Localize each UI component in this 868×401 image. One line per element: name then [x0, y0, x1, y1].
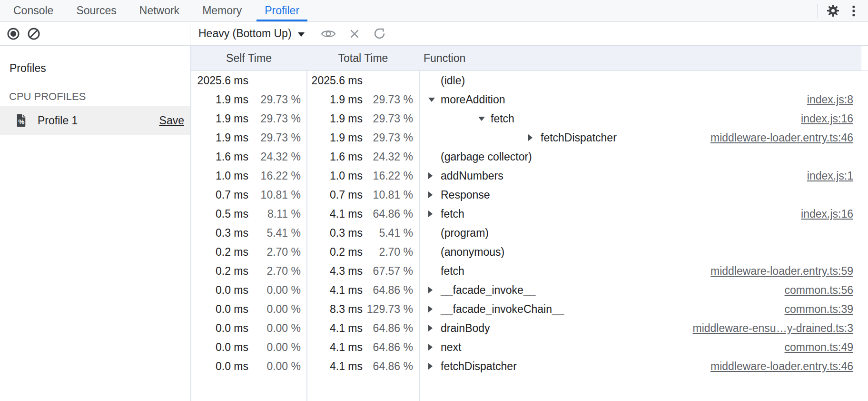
- profile-row[interactable]: 0.3 ms5.41 %0.3 ms5.41 %(program): [191, 223, 868, 242]
- save-profile-link[interactable]: Save: [159, 114, 184, 127]
- function-name: fetch: [441, 204, 464, 223]
- total-time-percent: 64.86 %: [363, 338, 413, 357]
- exclude-function-button[interactable]: [348, 28, 361, 40]
- expand-arrow-icon[interactable]: [428, 204, 441, 223]
- profile-row[interactable]: 0.0 ms0.00 %4.1 ms64.86 %fetchDispatcher…: [191, 357, 868, 376]
- profile-data-grid: Self Time Total Time Function 2025.6 ms2…: [190, 46, 868, 401]
- expand-arrow-icon[interactable]: [428, 338, 441, 357]
- profile-row[interactable]: 0.2 ms2.70 %4.3 ms67.57 %fetchmiddleware…: [191, 261, 868, 281]
- function-cell: (idle): [420, 71, 465, 90]
- source-link[interactable]: common.ts:39: [785, 300, 853, 319]
- grid-header: Self Time Total Time Function: [191, 46, 868, 71]
- profile-row[interactable]: 0.0 ms0.00 %4.1 ms64.86 %__facade_invoke…: [191, 281, 868, 300]
- total-time-percent: 29.73 %: [363, 109, 413, 128]
- profile-row[interactable]: 0.0 ms0.00 %8.3 ms129.73 %__facade_invok…: [191, 300, 868, 319]
- expand-arrow-icon[interactable]: [428, 300, 441, 319]
- expand-arrow-icon[interactable]: [428, 281, 441, 300]
- tab-memory[interactable]: Memory: [194, 0, 250, 21]
- total-time-percent: 29.73 %: [363, 128, 413, 147]
- total-time-ms: 8.3 ms: [307, 300, 363, 319]
- indent-spacer: [428, 261, 441, 281]
- restore-functions-button[interactable]: [373, 27, 386, 40]
- source-link[interactable]: middleware-loader.entry.ts:46: [710, 357, 853, 376]
- self-time-percent: 5.41 %: [248, 223, 301, 242]
- self-time-percent: 29.73 %: [248, 128, 301, 147]
- total-time-percent: 2.70 %: [363, 242, 413, 261]
- self-time-percent: 0.00 %: [248, 300, 301, 319]
- collapse-arrow-icon[interactable]: [478, 109, 491, 128]
- settings-button[interactable]: [822, 1, 843, 21]
- expand-arrow-icon[interactable]: [428, 319, 441, 338]
- column-header-total-time[interactable]: Total Time: [307, 46, 419, 70]
- profile-view-dropdown[interactable]: Heavy (Bottom Up): [198, 27, 305, 40]
- profile-row[interactable]: 0.0 ms0.00 %4.1 ms64.86 %nextcommon.ts:4…: [191, 338, 868, 357]
- column-header-function[interactable]: Function: [424, 46, 465, 70]
- function-name: (anonymous): [441, 242, 504, 261]
- self-time-percent: 0.00 %: [248, 281, 301, 300]
- clear-profiles-button[interactable]: [27, 27, 40, 40]
- scroll-corner: [861, 46, 868, 70]
- source-link[interactable]: middleware-loader.entry.ts:46: [710, 128, 853, 147]
- tab-label: Sources: [76, 4, 116, 17]
- indent-spacer: [428, 223, 441, 242]
- source-link[interactable]: index.js:1: [807, 166, 853, 185]
- profile-row[interactable]: 2025.6 ms2025.6 ms(idle): [191, 71, 868, 90]
- profile-row[interactable]: 1.9 ms29.73 %1.9 ms29.73 %moreAdditionin…: [191, 90, 868, 109]
- source-link[interactable]: index.js:8: [807, 90, 853, 109]
- profile-row[interactable]: 1.9 ms29.73 %1.9 ms29.73 %fetchDispatche…: [191, 128, 868, 147]
- function-name: (program): [441, 223, 489, 242]
- function-cell: (program): [420, 223, 489, 242]
- panel-tabs: Console Sources Network Memory Profiler: [0, 0, 868, 21]
- tab-profiler[interactable]: Profiler: [256, 0, 307, 21]
- source-link[interactable]: common.ts:49: [785, 338, 853, 357]
- self-time-ms: 1.0 ms: [191, 166, 248, 185]
- profile-row[interactable]: 1.6 ms24.32 %1.6 ms24.32 %(garbage colle…: [191, 147, 868, 166]
- profile-row[interactable]: 0.2 ms2.70 %0.2 ms2.70 %(anonymous): [191, 242, 868, 261]
- self-time-percent: 8.11 %: [248, 204, 301, 223]
- tab-console[interactable]: Console: [5, 0, 61, 21]
- expand-arrow-icon[interactable]: [428, 166, 441, 185]
- devtools-tab-bar: Console Sources Network Memory Profiler: [0, 0, 868, 22]
- profile-view-dropdown-label: Heavy (Bottom Up): [198, 27, 292, 40]
- grid-body: 2025.6 ms2025.6 ms(idle)1.9 ms29.73 %1.9…: [191, 71, 868, 401]
- tab-label: Profiler: [265, 4, 299, 17]
- more-options-button[interactable]: [843, 1, 864, 21]
- function-name: fetch: [441, 261, 464, 281]
- profile-row[interactable]: 1.0 ms16.22 %1.0 ms16.22 %addNumbersinde…: [191, 166, 868, 185]
- close-icon: [348, 28, 361, 40]
- focus-function-button[interactable]: [321, 28, 336, 40]
- profile-row[interactable]: 0.0 ms0.00 %4.1 ms64.86 %drainBodymiddle…: [191, 319, 868, 338]
- record-button[interactable]: [7, 27, 20, 40]
- function-cell: (garbage collector): [420, 147, 532, 166]
- total-time-ms: 4.1 ms: [307, 281, 363, 300]
- sidebar-item-profile-1[interactable]: % Profile 1 Save: [0, 106, 190, 135]
- self-time-ms: 0.0 ms: [191, 357, 248, 376]
- function-name: fetchDispatcher: [541, 128, 617, 147]
- divider: [817, 4, 818, 18]
- total-time-ms: 1.9 ms: [307, 128, 363, 147]
- block-icon: [27, 27, 40, 40]
- self-time-percent: 2.70 %: [248, 261, 301, 281]
- total-time-ms: 1.0 ms: [307, 166, 363, 185]
- tab-label: Memory: [202, 4, 242, 17]
- source-link[interactable]: common.ts:56: [785, 281, 853, 300]
- column-header-self-time[interactable]: Self Time: [191, 46, 306, 70]
- profile-row[interactable]: 0.5 ms8.11 %4.1 ms64.86 %fetchindex.js:1…: [191, 204, 868, 223]
- profile-row[interactable]: 0.7 ms10.81 %0.7 ms10.81 %Response: [191, 185, 868, 204]
- source-link[interactable]: index.js:16: [801, 109, 853, 128]
- tab-sources[interactable]: Sources: [68, 0, 124, 21]
- collapse-arrow-icon[interactable]: [428, 90, 441, 109]
- profile-row[interactable]: 1.9 ms29.73 %1.9 ms29.73 %fetchindex.js:…: [191, 109, 868, 128]
- function-cell: next: [420, 338, 461, 357]
- expand-arrow-icon[interactable]: [528, 128, 541, 147]
- total-time-ms: 1.9 ms: [307, 90, 363, 109]
- source-link[interactable]: middleware-ensu…y-drained.ts:3: [693, 319, 854, 338]
- expand-arrow-icon[interactable]: [428, 185, 441, 204]
- function-cell: __facade_invokeChain__: [420, 300, 564, 319]
- expand-arrow-icon[interactable]: [428, 357, 441, 376]
- source-link[interactable]: index.js:16: [801, 204, 853, 223]
- tab-network[interactable]: Network: [131, 0, 187, 21]
- source-link[interactable]: middleware-loader.entry.ts:59: [710, 261, 853, 281]
- total-time-percent: 129.73 %: [363, 300, 413, 319]
- profiles-sidebar: Profiles CPU PROFILES % Profile 1 Save: [0, 46, 190, 401]
